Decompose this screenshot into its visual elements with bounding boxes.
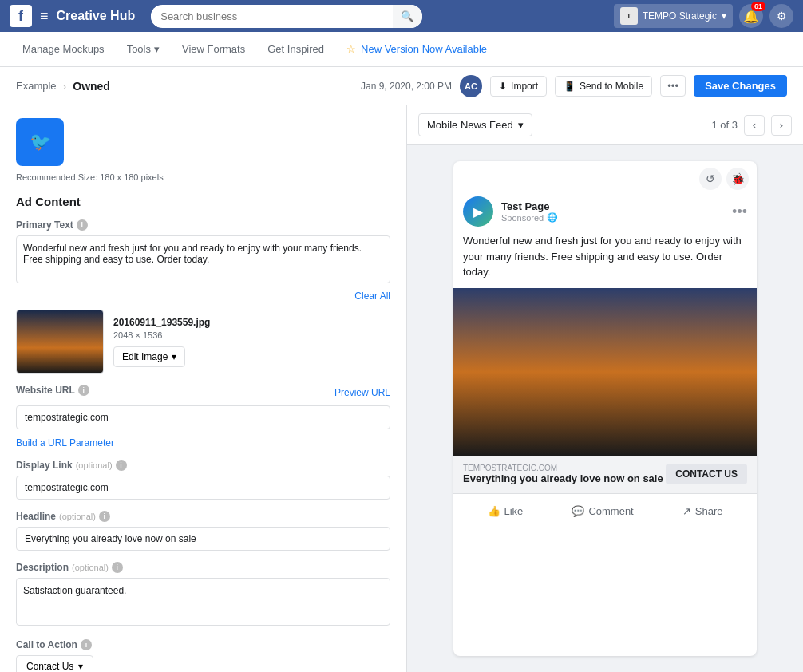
primary-text-info-icon[interactable]: i — [77, 219, 88, 231]
count-display: 1 of 3 — [711, 119, 738, 131]
manage-mockups-nav[interactable]: Manage Mockups — [13, 35, 114, 63]
breadcrumb-separator: › — [63, 80, 67, 93]
display-link-label: Display Link (optional) i — [16, 460, 390, 471]
search-input[interactable] — [151, 6, 393, 27]
app-title: Creative Hub — [57, 9, 136, 23]
share-icon: ↗ — [682, 505, 691, 517]
display-link-input[interactable] — [16, 476, 390, 500]
preview-format-label: Mobile News Feed — [427, 119, 513, 131]
description-input[interactable]: Satisfaction guaranteed. — [16, 578, 390, 626]
preview-format-select[interactable]: Mobile News Feed ▾ — [418, 113, 532, 136]
top-navigation: f ≡ Creative Hub 🔍 T TEMPO Strategic ▾ 🔔… — [0, 0, 803, 32]
primary-text-input[interactable]: Wonderful new and fresh just for you and… — [16, 235, 390, 283]
facebook-icon[interactable]: f — [10, 5, 32, 27]
preview-url-link[interactable]: Preview URL — [334, 387, 390, 398]
ad-content-title: Ad Content — [16, 195, 390, 208]
tools-label: Tools — [127, 43, 151, 55]
description-info-icon[interactable]: i — [112, 562, 123, 573]
edit-image-button[interactable]: Edit Image ▾ — [113, 346, 185, 367]
image-dimensions: 2048 × 1536 — [113, 330, 390, 340]
share-button[interactable]: ↗ Share — [674, 500, 731, 522]
search-button[interactable]: 🔍 — [393, 5, 422, 28]
image-info: 20160911_193559.jpg 2048 × 1536 Edit Ima… — [113, 317, 390, 367]
profile-section: 🐦 — [16, 118, 390, 166]
call-to-action-label: Call to Action i — [16, 639, 390, 650]
refresh-icon[interactable]: ↺ — [699, 168, 722, 190]
mobile-icon: 📱 — [564, 81, 576, 92]
new-version-nav[interactable]: ☆ New Version Now Available — [337, 35, 496, 63]
display-link-info-icon[interactable]: i — [116, 460, 127, 471]
edit-image-chevron-icon: ▾ — [172, 351, 176, 362]
breadcrumb-bar: Example › Owned Jan 9, 2020, 2:00 PM AC … — [0, 67, 803, 105]
ad-body-text: Wonderful new and fresh just for you and… — [453, 233, 757, 288]
call-to-action-info-icon[interactable]: i — [81, 639, 92, 650]
headline-info-icon[interactable]: i — [99, 511, 110, 522]
sponsored-globe-icon: 🌐 — [547, 212, 558, 223]
description-label: Description (optional) i — [16, 562, 390, 573]
ad-sponsored: Sponsored 🌐 — [501, 212, 558, 223]
account-chevron-icon: ▾ — [722, 10, 726, 22]
left-panel: 🐦 Recommended Size: 180 x 180 pixels Ad … — [0, 105, 407, 672]
ad-cta-bar: TEMPOSTRATEGIC.COM Everything you alread… — [453, 456, 757, 494]
ad-image — [453, 288, 757, 456]
settings-button[interactable]: ⚙ — [769, 4, 793, 28]
ad-page-meta: Test Page Sponsored 🌐 — [501, 200, 558, 223]
share-label: Share — [695, 505, 723, 517]
star-icon: ☆ — [346, 43, 356, 55]
ad-cta-button[interactable]: CONTACT US — [666, 464, 747, 484]
notifications-button[interactable]: 🔔 61 — [739, 4, 763, 28]
clear-all-link[interactable]: Clear All — [16, 291, 390, 302]
import-button[interactable]: ⬇ Import — [490, 76, 547, 97]
notification-badge: 61 — [751, 2, 765, 11]
next-arrow[interactable]: › — [771, 115, 792, 136]
secondary-navigation: Manage Mockups Tools ▾ View Formats Get … — [0, 32, 803, 67]
ad-engagement: 👍 Like 💬 Comment ↗ Share — [453, 493, 757, 528]
cta-chevron-icon: ▾ — [78, 661, 83, 672]
ad-site-title: Everything you already love now on sale — [463, 472, 666, 486]
avatar: AC — [460, 75, 482, 97]
account-name: TEMPO Strategic — [643, 10, 717, 22]
import-icon: ⬇ — [499, 81, 507, 92]
view-formats-label: View Formats — [182, 43, 245, 55]
website-url-info-icon[interactable]: i — [78, 385, 89, 396]
search-bar: 🔍 — [151, 5, 422, 28]
primary-text-label: Primary Text i — [16, 219, 390, 231]
hamburger-icon[interactable]: ≡ — [40, 8, 49, 25]
preview-area: ↺ 🐞 ▶ Test Page Sponsored 🌐 ••• Wonderfu… — [407, 145, 803, 672]
view-formats-nav[interactable]: View Formats — [172, 35, 255, 63]
edit-image-label: Edit Image — [122, 351, 168, 362]
ad-card: ↺ 🐞 ▶ Test Page Sponsored 🌐 ••• Wonderfu… — [453, 161, 757, 656]
comment-button[interactable]: 💬 Comment — [564, 500, 641, 522]
call-to-action-button[interactable]: Contact Us ▾ — [16, 655, 93, 672]
bug-icon[interactable]: 🐞 — [726, 168, 749, 190]
manage-mockups-label: Manage Mockups — [22, 43, 105, 55]
breadcrumb-current: Owned — [73, 80, 110, 93]
top-nav-right: T TEMPO Strategic ▾ 🔔 61 ⚙ — [614, 4, 793, 28]
headline-input[interactable] — [16, 527, 390, 551]
send-to-mobile-button[interactable]: 📱 Send to Mobile — [555, 76, 652, 97]
preview-format-chevron-icon: ▾ — [518, 119, 524, 131]
right-panel: Mobile News Feed ▾ 1 of 3 ‹ › ↺ 🐞 — [407, 105, 803, 672]
ad-more-icon[interactable]: ••• — [732, 204, 747, 220]
get-inspired-label: Get Inspired — [267, 43, 324, 55]
comment-label: Comment — [588, 505, 633, 517]
get-inspired-nav[interactable]: Get Inspired — [258, 35, 334, 63]
ad-page-name: Test Page — [501, 200, 558, 212]
like-button[interactable]: 👍 Like — [480, 500, 532, 522]
build-url-link[interactable]: Build a URL Parameter — [16, 437, 390, 449]
account-switcher[interactable]: T TEMPO Strategic ▾ — [614, 4, 733, 28]
breadcrumb-example[interactable]: Example — [16, 80, 57, 92]
more-icon: ••• — [667, 80, 678, 92]
save-changes-button[interactable]: Save Changes — [694, 75, 787, 97]
like-label: Like — [504, 505, 524, 517]
ad-page-icon: ▶ — [463, 196, 493, 227]
ad-site-domain: TEMPOSTRATEGIC.COM — [463, 464, 666, 472]
more-options-button[interactable]: ••• — [660, 75, 686, 97]
prev-arrow[interactable]: ‹ — [744, 115, 765, 136]
tools-nav[interactable]: Tools ▾ — [117, 35, 169, 63]
website-url-row: Website URL i Preview URL — [16, 385, 390, 401]
website-url-input[interactable] — [16, 405, 390, 429]
image-filename: 20160911_193559.jpg — [113, 317, 390, 328]
image-row: 20160911_193559.jpg 2048 × 1536 Edit Ima… — [16, 310, 390, 374]
send-to-mobile-label: Send to Mobile — [580, 81, 643, 92]
